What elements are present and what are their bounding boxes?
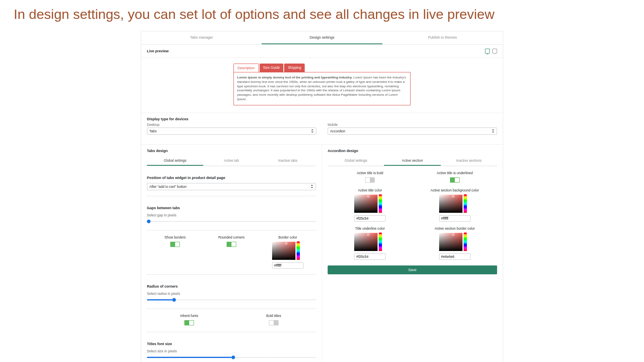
radius-sub: Select radius in pixels: [147, 292, 316, 296]
title-underline-color-picker[interactable]: [354, 233, 382, 251]
preview-tab-size-guide[interactable]: Size Guide: [260, 64, 284, 72]
title-underline-color-input[interactable]: [354, 253, 386, 260]
tab-manager[interactable]: Tabs manager: [141, 31, 262, 44]
gaps-heading: Gaps between tabs: [147, 202, 316, 212]
show-borders-label: Show borders: [147, 235, 203, 239]
page-banner: In design settings, you can set lot of o…: [0, 0, 644, 25]
display-type-heading: Display type for devices: [141, 113, 503, 121]
title-underline-color-label: Title underline color: [328, 226, 413, 230]
border-color-label: Border color: [260, 235, 316, 239]
active-title-color-input[interactable]: [354, 215, 386, 222]
top-tabs: Tabs manager Design settings Publish to …: [141, 31, 503, 45]
desktop-label: Desktop: [147, 123, 316, 127]
live-preview-label: Live preview: [147, 49, 169, 53]
gaps-slider[interactable]: [147, 219, 316, 224]
accordion-tab-active[interactable]: Active section: [384, 156, 440, 166]
live-preview-area: Description Size Guide Shipping Lorem Ip…: [141, 58, 503, 113]
active-bg-color-picker[interactable]: [439, 195, 467, 213]
preview-tab-shipping[interactable]: Shipping: [284, 64, 305, 72]
titles-font-sub: Select size in pixels: [147, 349, 316, 353]
radius-slider[interactable]: [147, 297, 316, 303]
tabs-design-inactive[interactable]: Inactive tabs: [260, 156, 316, 166]
tabs-design-active[interactable]: Active tab: [203, 156, 260, 166]
titles-font-slider[interactable]: [147, 355, 316, 360]
rounded-corners-toggle[interactable]: [227, 242, 236, 247]
position-heading: Position of tabs widget in product detai…: [147, 172, 316, 181]
active-border-color-picker[interactable]: [439, 233, 467, 251]
bold-titles-label: Bold titles: [231, 314, 316, 318]
active-title-underlined-label: Active title is underlined: [413, 171, 497, 175]
bold-titles-toggle[interactable]: [269, 320, 279, 325]
mobile-label: Mobile: [328, 123, 497, 127]
inherit-fonts-label: Inherit fonts: [147, 314, 231, 318]
position-select[interactable]: After "add to cart" button: [147, 183, 316, 190]
titles-font-heading: Titles font size: [147, 338, 316, 348]
show-borders-toggle[interactable]: [170, 242, 180, 247]
desktop-display-select[interactable]: Tabs: [147, 128, 316, 135]
desktop-preview-icon[interactable]: [485, 49, 490, 53]
radius-heading: Radius of corners: [147, 280, 316, 290]
tabs-design-global[interactable]: Global settings: [147, 156, 203, 166]
active-bg-color-label: Active section background color: [413, 188, 497, 192]
preview-body-bold: Lorem Ipsum is simply dummy text of the …: [237, 76, 353, 79]
preview-tab-description[interactable]: Description: [233, 64, 259, 72]
tab-design-settings[interactable]: Design settings: [262, 31, 382, 44]
preview-body-rest: Lorem Ipsum has been the industry's stan…: [237, 76, 406, 101]
mobile-preview-icon[interactable]: [492, 49, 497, 53]
border-color-input[interactable]: [272, 262, 303, 269]
tab-publish[interactable]: Publish to themes: [382, 31, 503, 44]
active-title-underlined-toggle[interactable]: [450, 177, 460, 183]
preview-content: Lorem Ipsum is simply dummy text of the …: [233, 72, 411, 105]
accordion-tab-global[interactable]: Global settings: [328, 156, 384, 166]
inherit-fonts-toggle[interactable]: [184, 320, 194, 325]
save-button-right[interactable]: Save: [328, 265, 497, 274]
mobile-display-select[interactable]: Accordion: [328, 128, 497, 135]
active-bg-color-input[interactable]: [439, 215, 471, 222]
active-border-color-label: Active section border color: [413, 226, 497, 230]
active-title-color-label: Active title color: [328, 188, 413, 192]
active-title-color-picker[interactable]: [354, 195, 382, 213]
rounded-corners-label: Rounded corners: [203, 235, 260, 239]
live-preview-header: Live preview: [141, 45, 503, 58]
accordion-heading: Accordion design: [328, 145, 497, 154]
gaps-sub: Select gap in pixels: [147, 213, 316, 217]
tabs-design-heading: Tabs design: [147, 145, 316, 154]
accordion-tab-inactive[interactable]: Inactive sections: [441, 156, 497, 166]
border-color-picker[interactable]: [272, 242, 300, 260]
active-title-bold-toggle[interactable]: [365, 177, 375, 183]
active-title-bold-label: Active title is bold: [328, 171, 413, 175]
active-border-color-input[interactable]: [439, 253, 471, 260]
app-container: Tabs manager Design settings Publish to …: [141, 31, 503, 362]
